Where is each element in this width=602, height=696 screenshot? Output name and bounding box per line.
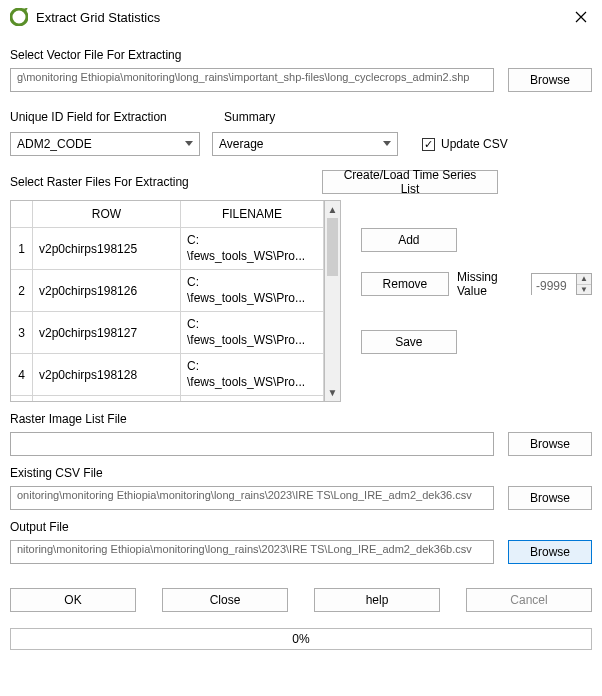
summary-label: Summary	[224, 110, 275, 124]
check-icon: ✓	[422, 138, 435, 151]
missing-value-input[interactable]	[532, 274, 576, 298]
update-csv-label: Update CSV	[441, 137, 508, 151]
output-file-label: Output File	[10, 520, 592, 534]
unique-id-label: Unique ID Field for Extraction	[10, 110, 212, 124]
output-file-input[interactable]: nitoring\monitoring Ethiopia\monitoring\…	[10, 540, 494, 564]
window-title: Extract Grid Statistics	[36, 10, 570, 25]
scroll-up-icon[interactable]: ▲	[325, 201, 340, 218]
table-header-filename: FILENAME	[181, 201, 324, 228]
scroll-down-icon[interactable]: ▼	[325, 384, 340, 401]
spin-up-icon[interactable]: ▲	[577, 274, 591, 284]
browse-output-file-button[interactable]: Browse	[508, 540, 592, 564]
summary-select[interactable]: Average	[212, 132, 398, 156]
update-csv-checkbox[interactable]: ✓ Update CSV	[422, 137, 508, 151]
unique-id-select[interactable]: ADM2_CODE	[10, 132, 200, 156]
spin-down-icon[interactable]: ▼	[577, 284, 591, 295]
missing-value-stepper[interactable]: ▲ ▼	[531, 273, 592, 295]
select-raster-label: Select Raster Files For Extracting	[10, 175, 310, 189]
create-load-timeseries-button[interactable]: Create/Load Time Series List	[322, 170, 498, 194]
progress-text: 0%	[292, 632, 309, 646]
table-row[interactable]: 4 v2p0chirps198128 C: \fews_tools_WS\Pro…	[11, 354, 324, 396]
browse-raster-list-button[interactable]: Browse	[508, 432, 592, 456]
help-button[interactable]: help	[314, 588, 440, 612]
table-scrollbar[interactable]: ▲ ▼	[325, 200, 341, 402]
existing-csv-label: Existing CSV File	[10, 466, 592, 480]
title-bar: Extract Grid Statistics	[0, 0, 602, 34]
table-row[interactable]: 3 v2p0chirps198127 C: \fews_tools_WS\Pro…	[11, 312, 324, 354]
raster-list-file-label: Raster Image List File	[10, 412, 592, 426]
missing-value-label: Missing Value	[457, 270, 523, 298]
table-row[interactable]: 2 v2p0chirps198126 C: \fews_tools_WS\Pro…	[11, 270, 324, 312]
save-button[interactable]: Save	[361, 330, 457, 354]
ok-button[interactable]: OK	[10, 588, 136, 612]
close-window-button[interactable]	[570, 6, 592, 28]
raster-list-file-input[interactable]	[10, 432, 494, 456]
app-logo-icon	[10, 8, 28, 26]
raster-files-table: ROW FILENAME 1 v2p0chirps198125 C: \fews…	[10, 200, 325, 402]
vector-file-input[interactable]: g\monitoring Ethiopia\monitoring\long_ra…	[10, 68, 494, 92]
vector-file-label: Select Vector File For Extracting	[10, 48, 592, 62]
table-header-index	[11, 201, 33, 228]
existing-csv-input[interactable]: onitoring\monitoring Ethiopia\monitoring…	[10, 486, 494, 510]
table-header-row: ROW	[33, 201, 181, 228]
cancel-button[interactable]: Cancel	[466, 588, 592, 612]
close-button[interactable]: Close	[162, 588, 288, 612]
remove-button[interactable]: Remove	[361, 272, 449, 296]
table-header: ROW FILENAME	[11, 201, 324, 228]
table-row[interactable]: 5 v2p0chirps198129 C:	[11, 396, 324, 401]
add-button[interactable]: Add	[361, 228, 457, 252]
browse-existing-csv-button[interactable]: Browse	[508, 486, 592, 510]
browse-vector-button[interactable]: Browse	[508, 68, 592, 92]
progress-bar: 0%	[10, 628, 592, 650]
table-row[interactable]: 1 v2p0chirps198125 C: \fews_tools_WS\Pro…	[11, 228, 324, 270]
